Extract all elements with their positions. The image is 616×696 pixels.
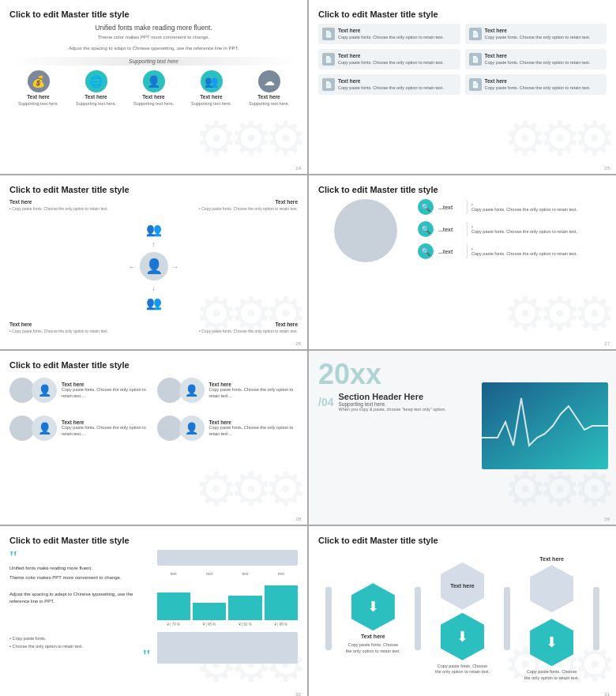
icon-sub-0: Supporting text here. xyxy=(18,101,58,106)
card-content-5: Text here Copy paste fonts. Choose the o… xyxy=(485,78,591,91)
quote-mark-bottom: " xyxy=(9,649,151,664)
hex-title-0: Text here xyxy=(361,634,385,639)
section-desc: When you copy & paste, choose "keep text… xyxy=(338,407,445,412)
s3-block-2: Text here • Copy paste fonts. Choose the… xyxy=(9,322,127,333)
card-text-3: Copy paste fonts. Choose the only option… xyxy=(485,60,591,66)
icon-label-3: Text here xyxy=(200,94,222,100)
icon-sub-1: Supporting text here. xyxy=(76,101,116,106)
slide-3: Click to edit Master title style Text he… xyxy=(0,175,307,349)
slide-grid: Click to edit Master title style Unified… xyxy=(0,0,616,696)
slide-8: Click to edit Master title style ⬇ Text … xyxy=(309,526,616,696)
s5-title-1: Text here xyxy=(209,382,299,387)
slide-7-left: " Unified fonts make reading more fluent… xyxy=(9,550,151,664)
icon-label-0: Text here xyxy=(27,94,49,100)
s5-text-3: Text here Copy paste fonts. Choose the o… xyxy=(209,419,299,436)
s5-item-0: 👤 Text here Copy paste fonts. Choose the… xyxy=(9,374,151,406)
bullet-0: • Copy paste fonts. xyxy=(9,636,151,641)
s4-item-2: 🔍 ...text • Copy paste fonts. Choose the… xyxy=(418,243,607,259)
card-icon-1: 📄 xyxy=(469,28,482,40)
s3-title-1: Text here xyxy=(181,199,299,205)
slide-7: Click to edit Master title style " Unifi… xyxy=(0,526,307,696)
s3-title-3: Text here xyxy=(181,322,299,327)
s3-title-0: Text here xyxy=(9,199,127,205)
s3-bullet-3: • Copy paste fonts. Choose the only opti… xyxy=(181,329,299,333)
card-title-3: Text here xyxy=(485,53,591,58)
slide-1-desc2: Adjust the spacing to adapt to Chinese t… xyxy=(9,45,298,51)
slide-4-main: 🔍 ...text • Copy paste fonts. Choose the… xyxy=(318,199,607,262)
card-content-2: Text here Copy paste fonts. Choose the o… xyxy=(338,53,444,66)
slide-1-num: 24 xyxy=(295,166,301,171)
bar-pct-0: ¥ | 70 % xyxy=(157,623,190,626)
icon-label-2: Text here xyxy=(142,94,164,100)
center-circle: 👤 xyxy=(140,252,168,280)
search-icon-1: 🔍 xyxy=(418,221,434,237)
slide-6-section-num: /04 xyxy=(318,396,333,408)
slide-4-num: 27 xyxy=(604,341,610,346)
s5-text-1: Text here Copy paste fonts. Choose the o… xyxy=(209,382,299,398)
s5-circle-right-3: 👤 xyxy=(179,416,205,441)
slide-6-image xyxy=(482,382,608,469)
s4-item-1: 🔍 ...text • Copy paste fonts. Choose the… xyxy=(418,221,607,237)
s5-desc-0: Copy paste fonts. Choose the only option… xyxy=(62,387,151,398)
s5-desc-2: Copy paste fonts. Choose the only option… xyxy=(62,425,151,436)
s3-block-0: Text here • Copy paste fonts. Choose the… xyxy=(9,199,127,211)
s3-title-2: Text here xyxy=(9,322,127,327)
slide-3-right: Text here • Copy paste fonts. Choose the… xyxy=(181,199,299,333)
slide-8-num: 31 xyxy=(604,692,610,696)
s5-text-0: Text here Copy paste fonts. Choose the o… xyxy=(62,382,151,398)
center-row: ← 👤 → xyxy=(129,252,179,280)
card-icon-4: 📄 xyxy=(322,78,335,91)
vert-bar-mid2 xyxy=(504,587,510,650)
slide-7-layout: " Unified fonts make reading more fluent… xyxy=(9,550,298,664)
s3-bullet-1: • Copy paste fonts. Choose the only opti… xyxy=(181,206,299,211)
slide-2-title: Click to edit Master title style xyxy=(318,9,607,19)
slide-1-icons-row: 💰 Text here Supporting text here. 🌐 Text… xyxy=(9,70,298,106)
slide-2-cards: 📄 Text here Copy paste fonts. Choose the… xyxy=(318,24,607,95)
slide-8-layout: ⬇ Text here Copy paste fonts. Choose the… xyxy=(318,551,607,686)
slide-2-num: 25 xyxy=(604,166,610,171)
hex-icon-1: ⬇ xyxy=(441,613,484,660)
card-content-1: Text here Copy paste fonts. Choose the o… xyxy=(485,28,591,40)
bar-col-0 xyxy=(157,581,190,620)
card-5: 📄 Text here Copy paste fonts. Choose the… xyxy=(465,74,607,95)
section-sub: Supporting text here. xyxy=(338,401,445,407)
icon-circle-0: 💰 xyxy=(28,70,50,92)
s5-circles-1: 👤 xyxy=(157,374,205,406)
card-2: 📄 Text here Copy paste fonts. Choose the… xyxy=(318,49,460,70)
icon-label-4: Text here xyxy=(257,94,280,100)
arrow-right: → xyxy=(171,262,179,271)
slide-3-left: Text here • Copy paste fonts. Choose the… xyxy=(9,199,127,333)
card-title-5: Text here xyxy=(485,78,591,84)
slide-7-bullets: • Copy paste fonts. • Choose the only op… xyxy=(9,633,151,649)
people-icon-bottom: 👥 xyxy=(146,295,162,310)
card-1: 📄 Text here Copy paste fonts. Choose the… xyxy=(465,24,607,44)
s5-desc-3: Copy paste fonts. Choose the only option… xyxy=(209,425,299,436)
card-title-2: Text here xyxy=(338,53,444,58)
hex-title-2: Text here xyxy=(539,556,564,562)
icon-circle-1: 🌐 xyxy=(85,70,107,92)
card-content-0: Text here Copy paste fonts. Choose the o… xyxy=(338,28,444,40)
card-title-4: Text here xyxy=(338,78,444,84)
card-3: 📄 Text here Copy paste fonts. Choose the… xyxy=(465,49,607,70)
arrow-up: ↑ xyxy=(152,240,156,249)
icon-label-1: Text here xyxy=(85,94,107,100)
hex-inner-title-1: Text here xyxy=(450,583,475,589)
slide-5: Click to edit Master title style 👤 Text … xyxy=(0,351,307,525)
card-text-4: Copy paste fonts. Choose the only option… xyxy=(338,85,444,91)
card-title-0: Text here xyxy=(338,28,444,33)
card-content-3: Text here Copy paste fonts. Choose the o… xyxy=(485,53,591,66)
slide-1-subtitle: Unified fonts make reading more fluent. xyxy=(9,24,298,32)
slide-7-num: 30 xyxy=(295,692,301,696)
card-0: 📄 Text here Copy paste fonts. Choose the… xyxy=(318,24,460,44)
s5-title-0: Text here xyxy=(62,382,151,387)
hex-icon-sym-2: ⬇ xyxy=(546,634,558,651)
icon-item-3: 👥 Text here Supporting text here. xyxy=(191,70,231,106)
vert-bar-mid1 xyxy=(415,587,421,650)
icon-sub-2: Supporting text here. xyxy=(133,101,174,106)
icon-item-1: 🌐 Text here Supporting text here. xyxy=(76,70,116,106)
s5-circle-right-1: 👤 xyxy=(179,378,205,403)
bar-pct-3: ¥ | 88 % xyxy=(265,623,298,626)
people-icon-top: 👥 xyxy=(146,222,162,237)
card-title-1: Text here xyxy=(485,28,591,33)
hex-shape-1: Text here xyxy=(441,562,484,610)
